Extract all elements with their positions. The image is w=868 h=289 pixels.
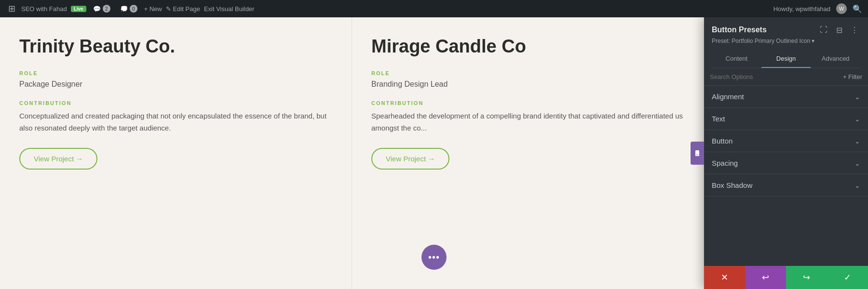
option-spacing[interactable]: Spacing ⌄ <box>704 152 868 174</box>
bubble-icon: 💭 <box>120 5 128 13</box>
panel-header: Button Presets ⛶ ⊟ ⋮ Preset: Portfolio P… <box>704 17 868 68</box>
admin-bar-right: Howdy, wpwithfahad W 🔍 <box>773 3 862 14</box>
svg-rect-0 <box>695 150 699 156</box>
search-options-input[interactable] <box>710 73 839 80</box>
panel-preset[interactable]: Preset: Portfolio Primary Outlined Icon … <box>712 38 860 44</box>
edit-page-button[interactable]: ✎ Edit Page <box>166 5 200 13</box>
site-name[interactable]: SEO with Fahad <box>21 5 67 13</box>
floating-action-button[interactable]: ••• <box>421 245 447 270</box>
card-1-view-project-button[interactable]: View Project → <box>19 148 97 170</box>
panel-toggle-tab[interactable] <box>691 142 704 165</box>
card-2-role: Branding Design Lead <box>371 80 684 89</box>
option-alignment[interactable]: Alignment ⌄ <box>704 86 868 108</box>
chevron-down-icon: ⌄ <box>854 93 860 101</box>
main-content: Trinity Beauty Co. ROLE Package Designer… <box>0 17 868 289</box>
card-2-view-project-button[interactable]: View Project → <box>371 148 449 170</box>
comment-count: 2 <box>103 5 110 13</box>
card-1-contribution-text: Conceptualized and created packaging tha… <box>19 110 332 134</box>
panel-bottom-buttons: ✕ ↩ ↪ ✓ <box>704 266 868 289</box>
card-1: Trinity Beauty Co. ROLE Package Designer… <box>0 17 352 289</box>
phone-icon <box>694 150 701 157</box>
option-text-label: Text <box>712 115 725 123</box>
option-button-label: Button <box>712 137 732 145</box>
howdy-text: Howdy, wpwithfahad <box>773 5 830 13</box>
card-1-title: Trinity Beauty Co. <box>19 37 332 57</box>
panel-tabs: Content Design Advanced <box>712 50 860 68</box>
option-text[interactable]: Text ⌄ <box>704 108 868 130</box>
resize-icon[interactable]: ⛶ <box>818 24 829 36</box>
bubble-count: 0 <box>130 5 137 13</box>
new-button[interactable]: + New <box>144 5 162 13</box>
option-spacing-label: Spacing <box>712 159 738 167</box>
card-1-role-label: ROLE <box>19 70 332 76</box>
card-1-role: Package Designer <box>19 80 332 89</box>
option-alignment-label: Alignment <box>712 92 744 101</box>
chevron-down-icon: ⌄ <box>854 115 860 123</box>
chevron-down-icon: ⌄ <box>854 159 860 167</box>
panel-title-row: Button Presets ⛶ ⊟ ⋮ <box>712 24 860 36</box>
panel-title-icons: ⛶ ⊟ ⋮ <box>818 24 860 36</box>
panel-title: Button Presets <box>712 26 767 34</box>
tab-advanced[interactable]: Advanced <box>811 50 860 68</box>
wp-icon[interactable]: ⊞ <box>6 3 17 14</box>
chevron-down-icon: ⌄ <box>854 182 860 189</box>
user-avatar[interactable]: W <box>836 3 847 14</box>
redo-button[interactable]: ↪ <box>786 266 827 289</box>
live-badge: Live <box>71 6 86 12</box>
card-1-contribution-label: CONTRIBUTION <box>19 100 332 106</box>
admin-bar: ⊞ SEO with Fahad Live 💬 2 💭 0 + New ✎ Ed… <box>0 0 868 17</box>
card-2-title: Mirage Candle Co <box>371 37 684 57</box>
panel-search-row: + Filter <box>704 68 868 86</box>
search-icon[interactable]: 🔍 <box>853 4 862 13</box>
tab-content[interactable]: Content <box>712 50 761 68</box>
cancel-button[interactable]: ✕ <box>704 266 745 289</box>
card-2: Mirage Candle Co ROLE Branding Design Le… <box>352 17 704 289</box>
option-button[interactable]: Button ⌄ <box>704 130 868 152</box>
more-options-icon[interactable]: ⋮ <box>849 24 860 36</box>
exit-visual-builder-button[interactable]: Exit Visual Builder <box>204 5 255 13</box>
chevron-down-icon: ⌄ <box>854 137 860 145</box>
card-2-role-label: ROLE <box>371 70 684 76</box>
filter-button[interactable]: + Filter <box>843 73 862 80</box>
option-box-shadow[interactable]: Box Shadow ⌄ <box>704 174 868 197</box>
comment-icon: 💬 <box>93 5 101 13</box>
tab-design[interactable]: Design <box>761 50 811 68</box>
card-2-contribution-label: CONTRIBUTION <box>371 100 684 106</box>
comments-item[interactable]: 💬 2 <box>90 5 113 13</box>
bubbles-item[interactable]: 💭 0 <box>117 5 140 13</box>
save-button[interactable]: ✓ <box>827 266 868 289</box>
panel-options-list: Alignment ⌄ Text ⌄ Button ⌄ Spacing ⌄ Bo… <box>704 86 868 266</box>
undo-button[interactable]: ↩ <box>745 266 786 289</box>
svg-rect-1 <box>696 155 698 155</box>
columns-icon[interactable]: ⊟ <box>833 24 845 36</box>
option-box-shadow-label: Box Shadow <box>712 181 752 189</box>
button-presets-panel: Button Presets ⛶ ⊟ ⋮ Preset: Portfolio P… <box>704 17 868 289</box>
floating-action-dots: ••• <box>428 252 440 263</box>
card-2-contribution-text: Spearheaded the development of a compell… <box>371 110 684 134</box>
